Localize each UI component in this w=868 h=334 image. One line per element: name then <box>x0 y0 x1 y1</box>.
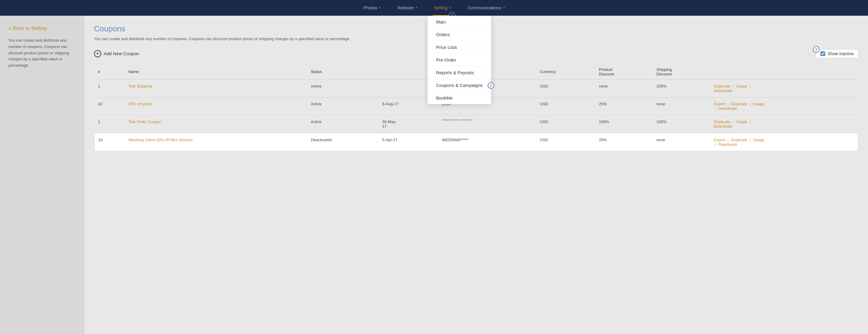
table-row-deactivated: 10 Wedding Client 20% off Mini Session D… <box>94 133 858 151</box>
row-num: 10 <box>94 97 125 115</box>
nav-item-selling[interactable]: Selling ▾ 1 <box>433 0 452 16</box>
usage-link[interactable]: Usage <box>753 138 764 142</box>
redact-bar-2 <box>461 119 473 120</box>
export-link[interactable]: Export <box>714 138 725 142</box>
show-inactive-checkbox[interactable] <box>820 51 825 56</box>
row-currency: USD <box>536 133 595 151</box>
dropdown-item-coupons[interactable]: Coupons & Campaigns 2 <box>428 79 491 92</box>
nav-item-communications[interactable]: Communications ▾ <box>467 0 506 16</box>
add-btn-label: Add New Coupon <box>104 51 139 56</box>
deactivate-link[interactable]: Deactivate <box>714 124 733 129</box>
usage-link[interactable]: Usage <box>736 84 747 88</box>
show-inactive-container: 3 Show Inactive <box>816 49 858 58</box>
col-product-discount: ProductDiscount <box>595 64 653 80</box>
coupon-link-wedding[interactable]: Wedding Client 20% off Mini Session <box>128 138 193 142</box>
col-name: Name <box>125 64 307 80</box>
row-name: Test Order Coupon <box>125 115 307 133</box>
chevron-down-icon: ▾ <box>415 6 417 9</box>
dropdown-item-pre-order[interactable]: Pre-Order <box>428 54 491 66</box>
row-actions: Duplicate | Usage | Deactivate <box>710 115 858 133</box>
row-date: 5-Apr-17 <box>378 133 438 151</box>
row-product-discount: none <box>595 79 653 97</box>
dropdown-item-price-lists[interactable]: Price Lists <box>428 41 491 54</box>
row-num: 10 <box>94 133 125 151</box>
row-code <box>438 115 536 133</box>
show-inactive-label: Show Inactive <box>828 51 854 56</box>
dropdown-item-main[interactable]: Main <box>428 16 491 28</box>
deactivate-link[interactable]: Deactivate <box>718 106 737 111</box>
nav-badge-2: 2 <box>488 82 494 89</box>
col-actions <box>710 64 858 80</box>
row-actions: Export | Duplicate | Usage | Reactivate <box>710 133 858 151</box>
badge-3: 3 <box>813 46 819 53</box>
row-shipping-discount: none <box>653 133 710 151</box>
duplicate-link[interactable]: Duplicate <box>731 102 747 106</box>
row-shipping-discount: 100% <box>653 79 710 97</box>
nav-label-selling: Selling <box>434 5 447 10</box>
duplicate-link[interactable]: Duplicate <box>714 84 730 88</box>
col-currency: Currency <box>536 64 595 80</box>
export-link[interactable]: Export <box>714 102 725 106</box>
row-product-discount: 25% <box>595 97 653 115</box>
col-num: # <box>94 64 125 80</box>
coupon-link-25off[interactable]: 25% off prints <box>128 102 152 106</box>
sidebar-description: You can create and distribute any number… <box>8 37 76 69</box>
row-num: 1 <box>94 115 125 133</box>
usage-link[interactable]: Usage <box>736 119 747 124</box>
row-currency: USD <box>536 115 595 133</box>
nav-label-communications: Communications <box>468 5 501 10</box>
coupon-link-test-shipping[interactable]: Test Shipping <box>128 84 152 88</box>
nav-item-website[interactable]: Website ▾ <box>396 0 418 16</box>
usage-link[interactable]: Usage <box>753 102 764 106</box>
plus-icon: + <box>94 50 101 57</box>
row-num: 1 <box>94 79 125 97</box>
add-new-coupon-button[interactable]: + Add New Coupon <box>94 50 139 57</box>
back-to-selling-link[interactable]: Back to Selling <box>8 25 76 31</box>
row-product-discount: 100% <box>595 115 653 133</box>
deactivate-link[interactable]: Deactivate <box>714 88 733 93</box>
nav-label-website: Website <box>398 5 414 10</box>
row-status: Active <box>307 79 378 97</box>
row-code: WEDDING***** <box>438 133 536 151</box>
row-shipping-discount: 100% <box>653 115 710 133</box>
chevron-down-icon: ▾ <box>503 6 505 9</box>
row-actions: Duplicate | Usage | Deactivate <box>710 79 858 97</box>
coupon-link-test-order[interactable]: Test Order Coupon <box>128 119 161 124</box>
col-shipping-discount: ShippingDiscount <box>653 64 710 80</box>
row-status: Active <box>307 97 378 115</box>
dropdown-item-reports[interactable]: Reports & Payouts <box>428 66 491 79</box>
col-status: Status <box>307 64 378 80</box>
row-name: 25% off prints <box>125 97 307 115</box>
duplicate-link[interactable]: Duplicate <box>731 138 747 142</box>
nav-item-photos[interactable]: Photos ▾ <box>362 0 382 16</box>
row-actions: Export | Duplicate | Usage | Deactivate <box>710 97 858 115</box>
sidebar: Back to Selling You can create and distr… <box>0 16 84 334</box>
dropdown-item-orders[interactable]: Orders <box>428 28 491 41</box>
nav-label-photos: Photos <box>363 5 377 10</box>
row-shipping-discount: none <box>653 97 710 115</box>
chevron-down-icon: ▾ <box>379 6 381 9</box>
row-status: Active <box>307 115 378 133</box>
row-currency: USD <box>536 79 595 97</box>
table-row: 1 Test Order Coupon Active 30-May-17 USD… <box>94 115 858 133</box>
row-name: Test Shipping <box>125 79 307 97</box>
selling-dropdown: Main Orders Price Lists Pre-Order Report… <box>428 16 491 104</box>
row-currency: USD <box>536 97 595 115</box>
reactivate-link[interactable]: Reactivate <box>718 142 737 147</box>
row-name: Wedding Client 20% off Mini Session <box>125 133 307 151</box>
redact-bar-1 <box>442 119 460 120</box>
row-status: Deactivated <box>307 133 378 151</box>
row-product-discount: 20% <box>595 133 653 151</box>
top-nav: Photos ▾ Website ▾ Selling ▾ 1 Communica… <box>0 0 868 16</box>
duplicate-link[interactable]: Duplicate <box>714 119 730 124</box>
row-date: 30-May-17 <box>378 115 438 133</box>
chevron-down-icon: ▾ <box>450 6 451 9</box>
nav-items: Photos ▾ Website ▾ Selling ▾ 1 Communica… <box>362 0 506 16</box>
dropdown-item-bookme[interactable]: BookMe <box>428 92 491 104</box>
